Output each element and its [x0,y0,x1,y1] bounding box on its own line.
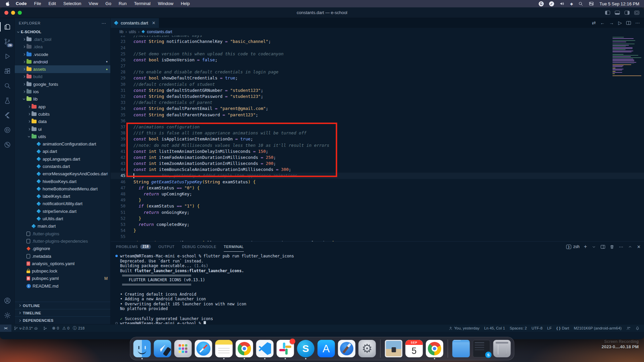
grammarly-icon[interactable]: G [539,1,544,6]
panel-tab-debug-console[interactable]: DEBUG CONSOLE [182,242,216,252]
problems-status[interactable]: ⊗0⚠0ⓘ218 [50,324,87,332]
menu-item-code[interactable]: Code [12,0,31,7]
sync-status-icon[interactable] [41,324,50,332]
activity-testing-icon[interactable] [0,93,15,108]
spotlight-search-icon[interactable] [578,1,583,6]
tree-item-ios[interactable]: ios [15,88,110,95]
activity-ml-graph-icon[interactable] [0,137,15,152]
dock-safari[interactable] [195,340,212,357]
activity-explorer-icon[interactable] [0,19,15,34]
tree-item-hiveboxkeys-dart[interactable]: hiveBoxKeys.dart [15,178,110,185]
terminal-dropdown-icon[interactable] [591,244,596,249]
menu-item-run[interactable]: Run [115,0,130,7]
encoding[interactable]: UTF-8 [529,324,545,332]
language-mode[interactable]: { }Dart [554,324,572,332]
tree-item--flutter-plugins-dependencies[interactable]: .flutter-plugins-dependencies [15,237,110,245]
dock-slack[interactable] [277,340,294,357]
menu-item-terminal[interactable]: Terminal [130,0,154,7]
tree-item--vscode[interactable]: .vscode [15,51,110,58]
breadcrumb-item[interactable]: constants.dart [147,29,172,34]
menu-item-go[interactable]: Go [102,0,115,7]
tree-item-utils[interactable]: utils [15,133,110,140]
shell-selector[interactable]: ❯ zsh [566,244,580,249]
tree-item-ui[interactable]: ui [15,125,110,133]
open-changes-icon[interactable]: ⇄ [592,20,596,25]
target-device[interactable]: M2101K6P (android-arm64) [572,324,624,332]
new-terminal-icon[interactable]: + [584,244,587,250]
dock-minimized-window[interactable]: S [473,340,490,357]
kill-terminal-icon[interactable] [609,244,614,249]
desktop-file-label[interactable]: Screen Recording 2023-0....40.18 PM [601,339,639,349]
activity-accounts-icon[interactable] [0,293,15,308]
control-center-icon[interactable] [589,1,594,6]
tree-item-lib[interactable]: lib [15,96,110,103]
menu-item-window[interactable]: Window [154,0,177,7]
tree-item-pubspec-yaml[interactable]: pubspec.yamlM [15,275,110,282]
breadcrumb-item[interactable]: lib [119,29,123,34]
dock-skype[interactable] [297,340,315,357]
activity-source-control-icon[interactable]: 29 [0,34,15,49]
run-file-icon[interactable]: ▷ [618,20,622,25]
split-terminal-icon[interactable] [601,245,605,249]
tree-root[interactable]: E-SCHOOL [15,28,110,36]
forward-icon[interactable]: → [609,20,614,25]
panel-tab-problems[interactable]: PROBLEMS218 [116,242,151,252]
tree-item-analysis-options-yaml[interactable]: analysis_options.yaml [15,260,110,267]
tree-item--metadata[interactable]: .metadata [15,252,110,260]
terminal-output[interactable]: wrteam@WRTeams-Mac-mini e-school % flutt… [111,252,644,324]
minimap[interactable] [612,36,642,77]
toggle-panel-icon[interactable] [615,11,620,15]
back-icon[interactable]: ← [600,20,605,25]
dock-xcode[interactable] [338,340,356,357]
eol-sequence[interactable]: LF [545,324,554,332]
tree-item-uiutils-dart[interactable]: uiUtils.dart [15,215,110,222]
dock-calendar[interactable]: SEP5 [406,340,423,357]
activity-extensions-icon[interactable] [0,64,15,78]
git-branch-status[interactable]: v-2.0.1* [11,324,41,332]
remote-indicator[interactable]: >< [0,324,11,332]
close-tab-icon[interactable]: ✕ [152,20,156,25]
activity-settings-icon[interactable] [0,308,15,323]
activity-search-icon[interactable] [0,78,15,93]
menu-item-selection[interactable]: Selection [60,0,85,7]
tree-item-build[interactable]: build [15,73,110,80]
dock-app-store[interactable] [318,340,335,357]
menu-item-file[interactable]: File [31,0,45,7]
dock-launchpad[interactable] [174,340,192,357]
explorer-more-actions-icon[interactable]: ⋯ [101,20,106,26]
more-actions-icon[interactable]: ⋯ [635,20,640,25]
dock-system-settings[interactable] [359,340,376,357]
activity-flutter-icon[interactable] [0,108,15,123]
toggle-sidebar-icon[interactable] [605,11,610,15]
tree-item-data[interactable]: data [15,118,110,125]
tree-item-api-dart[interactable]: api.dart [15,148,110,155]
tree-item-labelkeys-dart[interactable]: labelKeys.dart [15,193,110,200]
tab-constants-dart[interactable]: constants.dart ✕ [111,18,159,28]
dock-notes[interactable] [215,340,233,357]
activity-run-debug-icon[interactable] [0,49,15,64]
dock-transporter[interactable] [154,340,171,357]
dock-finder[interactable] [133,340,151,357]
tree-item-homebottomsheetmenu-dart[interactable]: homeBottomsheetMenu.dart [15,185,110,192]
section-timeline[interactable]: TIMELINE [15,309,110,317]
tree-item-app[interactable]: app [15,103,110,110]
tree-item-animationconfiguration-dart[interactable]: animationConfiguration.dart [15,140,110,147]
section-dependencies[interactable]: DEPENDENCIES [15,317,110,324]
tree-item-notificationutility-dart[interactable]: notificationUtility.dart [15,200,110,207]
zoom-window-button[interactable] [18,11,22,15]
notifications-bell-icon[interactable] [633,324,642,332]
blame-status[interactable]: You, yesterday [446,324,482,332]
diamond-icon[interactable]: ◆ [570,1,573,6]
dock-chrome-window[interactable] [426,340,443,357]
menu-item-view[interactable]: View [85,0,102,7]
dock-downloads-folder[interactable] [452,340,470,357]
tree-item--flutter-plugins[interactable]: .flutter-plugins [15,230,110,237]
panel-more-icon[interactable]: ⋯ [619,244,623,249]
tree-item-errormessagekeysandcodes-dart[interactable]: errorMessageKeysAndCodes.dart [15,170,110,178]
close-window-button[interactable] [4,11,8,15]
breadcrumb-item[interactable]: utils [129,29,136,34]
tree-item--dart-tool[interactable]: .dart_tool [15,36,110,43]
dock-trash[interactable] [493,340,511,357]
tree-item-main-dart[interactable]: main.dart [15,223,110,230]
menu-item-help[interactable]: Help [177,0,194,7]
